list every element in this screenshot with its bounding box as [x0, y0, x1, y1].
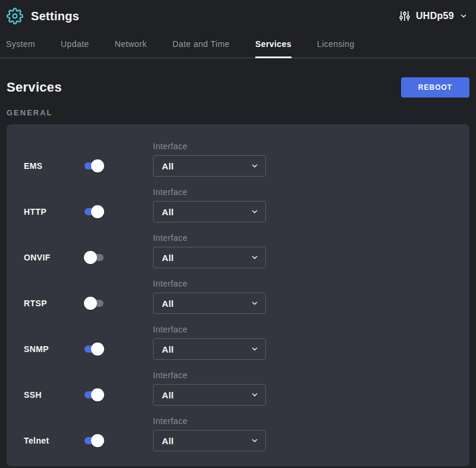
onvif-toggle[interactable] — [84, 251, 104, 264]
services-heading: Services — [7, 80, 62, 95]
services-page: Services REBOOT GENERAL EMS Interface Al… — [0, 77, 476, 466]
sliders-icon — [399, 10, 411, 22]
interface-label: Interface — [153, 324, 266, 335]
tab-date-and-time[interactable]: Date and Time — [173, 36, 230, 58]
service-row-snmp: SNMP Interface All — [24, 324, 452, 360]
telnet-toggle[interactable] — [84, 434, 104, 447]
snmp-toggle[interactable] — [84, 343, 104, 356]
chevron-down-icon — [250, 253, 259, 262]
chevron-down-icon — [250, 345, 259, 353]
service-label: SSH — [24, 390, 84, 406]
http-interface-select[interactable]: All — [153, 201, 266, 222]
select-value: All — [162, 253, 174, 263]
service-label: ONVIF — [24, 252, 84, 268]
chevron-down-icon — [459, 12, 468, 20]
interface-label: Interface — [153, 233, 266, 243]
services-panel: EMS Interface All HTTP Interface All — [7, 124, 469, 466]
service-label: HTTP — [24, 206, 84, 222]
http-toggle[interactable] — [84, 205, 104, 218]
tab-update[interactable]: Update — [61, 36, 89, 58]
device-selector[interactable]: UHDp59 — [399, 10, 468, 22]
telnet-interface-select[interactable]: All — [153, 430, 266, 451]
ssh-toggle[interactable] — [84, 388, 104, 401]
select-value: All — [162, 161, 174, 171]
ssh-interface-select[interactable]: All — [153, 384, 266, 406]
interface-label: Interface — [153, 370, 266, 381]
app-header: Settings UHDp59 — [0, 0, 476, 32]
service-label: Telnet — [24, 435, 84, 451]
tab-system[interactable]: System — [6, 36, 35, 58]
onvif-interface-select[interactable]: All — [153, 247, 266, 268]
service-row-telnet: Telnet Interface All — [24, 416, 452, 451]
service-row-ssh: SSH Interface All — [24, 370, 452, 406]
select-value: All — [162, 299, 174, 309]
service-label: EMS — [24, 161, 84, 177]
device-name: UHDp59 — [416, 11, 454, 21]
interface-label: Interface — [153, 141, 266, 152]
service-label: RTSP — [24, 298, 84, 314]
ems-interface-select[interactable]: All — [153, 155, 266, 177]
tab-licensing[interactable]: Licensing — [317, 36, 355, 58]
service-row-rtsp: RTSP Interface All — [24, 278, 452, 314]
service-row-onvif: ONVIF Interface All — [24, 233, 452, 268]
tab-services[interactable]: Services — [255, 36, 292, 58]
select-value: All — [162, 344, 174, 354]
reboot-button[interactable]: REBOOT — [401, 77, 469, 98]
section-label-general: GENERAL — [7, 108, 469, 117]
chevron-down-icon — [250, 162, 259, 170]
tab-network[interactable]: Network — [115, 36, 147, 58]
service-row-http: HTTP Interface All — [24, 187, 452, 222]
interface-label: Interface — [153, 278, 266, 289]
settings-gear-icon — [6, 7, 24, 25]
interface-label: Interface — [153, 416, 266, 426]
chevron-down-icon — [250, 436, 259, 445]
chevron-down-icon — [250, 391, 259, 399]
ems-toggle[interactable] — [84, 159, 104, 172]
chevron-down-icon — [250, 208, 259, 216]
snmp-interface-select[interactable]: All — [153, 338, 266, 360]
service-label: SNMP — [24, 344, 84, 360]
select-value: All — [162, 390, 174, 400]
settings-tabbar: System Update Network Date and Time Serv… — [0, 32, 476, 58]
chevron-down-icon — [250, 299, 259, 307]
rtsp-toggle[interactable] — [84, 297, 104, 310]
select-value: All — [162, 436, 174, 446]
service-row-ems: EMS Interface All — [24, 141, 452, 177]
interface-label: Interface — [153, 187, 266, 197]
page-title: Settings — [31, 10, 79, 23]
rtsp-interface-select[interactable]: All — [153, 293, 266, 314]
select-value: All — [162, 207, 174, 217]
